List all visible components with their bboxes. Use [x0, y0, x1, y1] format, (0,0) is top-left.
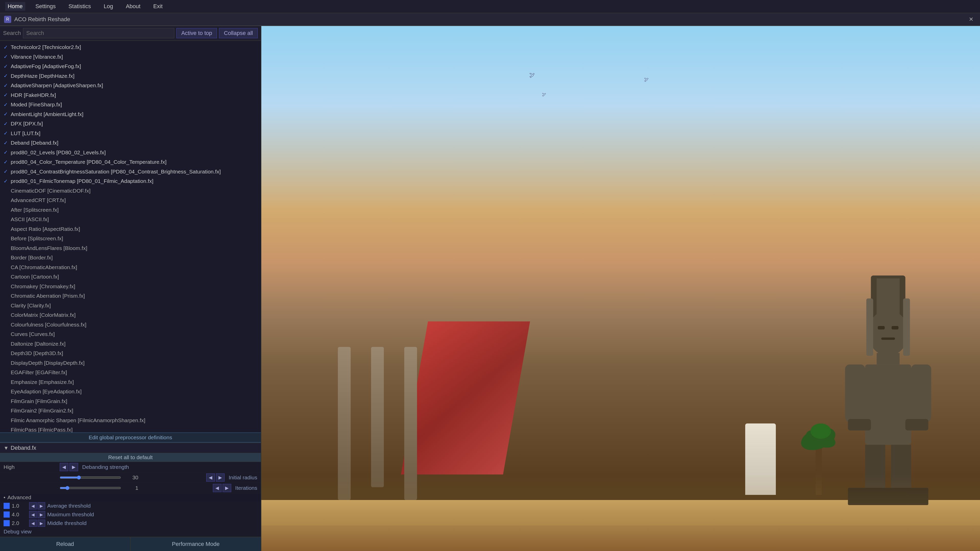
list-item[interactable]: ✓ Chromatic Aberration [Prism.fx]	[0, 291, 261, 301]
check-icon: ✓	[3, 72, 9, 79]
debug-view-row: Debug view	[0, 527, 261, 536]
bird-icon: 🕊	[644, 77, 649, 83]
decrement-button[interactable]: ◀	[206, 473, 215, 482]
increment-button[interactable]: ▶	[216, 473, 224, 482]
advanced-dot-icon: •	[3, 495, 5, 500]
decrement-button[interactable]: ◀	[29, 511, 37, 518]
list-item[interactable]: ✓ LUT [LUT.fx]	[0, 129, 261, 138]
list-item[interactable]: ✓ FilmGrain [FilmGrain.fx]	[0, 396, 261, 406]
menu-item-settings[interactable]: Settings	[33, 2, 59, 11]
menu-item-about[interactable]: About	[123, 2, 143, 11]
list-item[interactable]: ✓ Technicolor2 [Technicolor2.fx]	[0, 42, 261, 52]
advanced-toggle[interactable]: • Advanced	[0, 493, 261, 502]
collapse-all-button[interactable]: Collapse all	[219, 28, 258, 38]
list-item[interactable]: ✓ Vibrance [Vibrance.fx]	[0, 52, 261, 62]
menu-item-home[interactable]: Home	[5, 2, 25, 11]
reload-button[interactable]: Reload	[0, 537, 130, 551]
search-label: Search	[3, 30, 21, 37]
list-item[interactable]: ✓ DepthHaze [DepthHaze.fx]	[0, 71, 261, 81]
list-item[interactable]: ✓ Chromakey [Chromakey.fx]	[0, 282, 261, 291]
list-item[interactable]: ✓ Clarity [Clarity.fx]	[0, 301, 261, 310]
reset-all-button[interactable]: Reset all to default	[0, 453, 261, 462]
palm-frond	[811, 424, 831, 439]
increment-button[interactable]: ▶	[38, 519, 45, 527]
list-item[interactable]: ✓ prod80_02_Levels [PD80_02_Levels.fx]	[0, 148, 261, 157]
increment-button[interactable]: ▶	[38, 511, 45, 518]
list-item[interactable]: ✓ CinematicDOF [CinematicDOF.fx]	[0, 186, 261, 196]
list-item[interactable]: ✓ FilmicPass [FilmicPass.fx]	[0, 425, 261, 432]
list-item[interactable]: ✓ prod80_04_ContrastBrightnessSaturation…	[0, 167, 261, 176]
list-item[interactable]: ✓ Colourfulness [Colourfulness.fx]	[0, 320, 261, 330]
left-panel: Search Active to top Collapse all ✓ Tech…	[0, 26, 261, 551]
shader-name: Chromakey [Chromakey.fx]	[11, 283, 75, 291]
check-icon: ✓	[3, 321, 9, 328]
increment-button[interactable]: ▶	[38, 502, 45, 510]
list-item[interactable]: ✓ Border [Border.fx]	[0, 253, 261, 262]
increment-button[interactable]: ▶	[223, 484, 231, 492]
list-item[interactable]: ✓ DisplayDepth [DisplayDepth.fx]	[0, 358, 261, 368]
shader-name: BloomAndLensFlares [Bloom.fx]	[11, 244, 87, 252]
decrement-button[interactable]: ◀	[213, 484, 221, 492]
initial-radius-slider[interactable]	[60, 476, 121, 478]
list-item[interactable]: ✓ CA [ChromaticAberration.fx]	[0, 262, 261, 272]
decrement-button[interactable]: ◀	[29, 502, 37, 510]
close-button[interactable]: ✕	[966, 15, 976, 24]
shader-name: EyeAdaption [EyeAdaption.fx]	[11, 387, 82, 395]
shader-name: FilmGrain [FilmGrain.fx]	[11, 397, 67, 405]
shader-name: Aspect Ratio [AspectRatio.fx]	[11, 225, 80, 233]
list-item[interactable]: ✓ AdaptiveSharpen [AdaptiveSharpen.fx]	[0, 81, 261, 90]
performance-mode-button[interactable]: Performance Mode	[130, 537, 261, 551]
list-item[interactable]: ✓ Before [Splitscreen.fx]	[0, 233, 261, 243]
list-item[interactable]: ✓ Depth3D [Depth3D.fx]	[0, 348, 261, 358]
bird-icon: 🕊	[529, 72, 535, 79]
param-arrows: ◀ ▶	[29, 511, 45, 518]
list-item[interactable]: ✓ DPX [DPX.fx]	[0, 119, 261, 129]
initial-radius-param: Initial radius	[229, 475, 257, 481]
list-item[interactable]: ✓ ColorMatrix [ColorMatrix.fx]	[0, 310, 261, 320]
list-item[interactable]: ✓ AmbientLight [AmbientLight.fx]	[0, 110, 261, 119]
list-item[interactable]: ✓ Aspect Ratio [AspectRatio.fx]	[0, 224, 261, 234]
list-item[interactable]: ✓ FilmGrain2 [FilmGrain2.fx]	[0, 406, 261, 416]
svg-rect-16	[903, 299, 910, 356]
menu-item-statistics[interactable]: Statistics	[66, 2, 94, 11]
list-item[interactable]: ✓ Emphasize [Emphasize.fx]	[0, 377, 261, 387]
list-item[interactable]: ✓ AdvancedCRT [CRT.fx]	[0, 195, 261, 205]
list-item[interactable]: ✓ EyeAdaption [EyeAdaption.fx]	[0, 387, 261, 396]
shader-name: Daltonize [Daltonize.fx]	[11, 340, 65, 348]
increment-button[interactable]: ▶	[69, 463, 78, 471]
iterations-slider[interactable]	[60, 487, 121, 489]
decrement-button[interactable]: ◀	[29, 519, 37, 527]
shader-name: DepthHaze [DepthHaze.fx]	[11, 72, 75, 80]
list-item[interactable]: ✓ Deband [Deband.fx]	[0, 138, 261, 148]
list-item[interactable]: ✓ HDR [FakeHDR.fx]	[0, 90, 261, 100]
check-icon: ✓	[3, 62, 9, 70]
debanding-strength-param: Debanding strength	[82, 464, 129, 470]
shader-name: FilmGrain2 [FilmGrain2.fx]	[11, 407, 73, 415]
list-item[interactable]: ✓ prod80_04_Color_Temperature [PD80_04_C…	[0, 157, 261, 167]
shader-name: CA [ChromaticAberration.fx]	[11, 263, 77, 272]
fx-header: ▼ Deband.fx	[0, 443, 261, 453]
menu-item-log[interactable]: Log	[101, 2, 116, 11]
menu-item-exit[interactable]: Exit	[151, 2, 165, 11]
main-layout: Search Active to top Collapse all ✓ Tech…	[0, 26, 980, 551]
slider-container: 1	[60, 485, 211, 491]
list-item[interactable]: ✓ Moded [FineSharp.fx]	[0, 100, 261, 110]
search-input[interactable]	[23, 28, 174, 38]
list-item[interactable]: ✓ AdaptiveFog [AdaptiveFog.fx]	[0, 62, 261, 71]
list-item[interactable]: ✓ Daltonize [Daltonize.fx]	[0, 339, 261, 349]
list-item[interactable]: ✓ ASCII [ASCII.fx]	[0, 214, 261, 224]
advanced-label: Advanced	[7, 494, 31, 500]
decrement-button[interactable]: ◀	[60, 463, 68, 471]
list-item[interactable]: ✓ Cartoon [Cartoon.fx]	[0, 272, 261, 282]
list-item[interactable]: ✓ prod80_01_FilmicTonemap [PD80_01_Filmi…	[0, 176, 261, 186]
list-item[interactable]: ✓ BloomAndLensFlares [Bloom.fx]	[0, 243, 261, 253]
check-icon: ✓	[3, 110, 9, 118]
edit-preprocessor-button[interactable]: Edit global preprocessor definitions	[0, 432, 261, 443]
shader-list[interactable]: ✓ Technicolor2 [Technicolor2.fx] ✓ Vibra…	[0, 41, 261, 432]
initial-radius-value: 30 ◀ ▶ Initial radius	[60, 473, 257, 482]
list-item[interactable]: ✓ After [Splitscreen.fx]	[0, 205, 261, 215]
list-item[interactable]: ✓ EGAFilter [EGAFilter.fx]	[0, 368, 261, 377]
list-item[interactable]: ✓ Filmic Anamorphic Sharpen [FilmicAnamo…	[0, 416, 261, 425]
list-item[interactable]: ✓ Curves [Curves.fx]	[0, 329, 261, 339]
active-to-top-button[interactable]: Active to top	[177, 28, 217, 38]
